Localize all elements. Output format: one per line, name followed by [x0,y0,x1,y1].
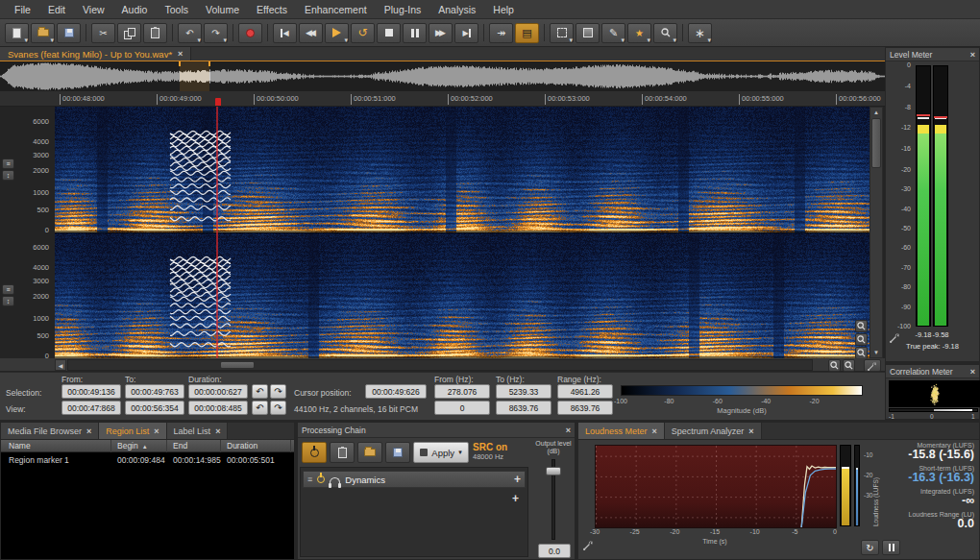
copy-button[interactable] [117,23,141,43]
dropdown-arrow-icon[interactable]: ▾ [621,37,625,44]
power-icon[interactable] [317,475,325,483]
menu-item-file[interactable]: File [6,4,39,15]
dropdown-arrow-icon[interactable]: ▾ [223,37,227,44]
menu-item-view[interactable]: View [74,4,113,15]
zoom-out-horizontal-button[interactable] [843,359,855,372]
tab-close-icon[interactable]: × [748,426,753,436]
selection-undo-button[interactable]: ↶ [252,384,268,399]
cut-button[interactable]: ✂ [91,23,115,43]
headphones-icon[interactable] [330,477,340,485]
timeline-display-button[interactable]: ▤ [515,23,539,43]
apply-button[interactable]: Apply ▾ [413,442,469,463]
pause-button[interactable] [403,23,427,43]
view-from-hz-field[interactable]: 0 [434,401,490,415]
tab-region-list[interactable]: Region List × [99,423,166,439]
play-button[interactable]: ▾ [325,23,349,43]
drag-handle-icon[interactable]: ≡ [307,475,312,484]
chain-copy-button[interactable] [330,442,355,463]
view-redo-button[interactable]: ↷ [270,401,286,415]
timeline-ruler[interactable]: 00:00:48:00000:00:49:00000:00:50:00000:0… [0,91,885,107]
menu-item-analysis[interactable]: Analysis [429,4,484,15]
selection-to-field[interactable]: 00:00:49:763 [125,384,184,399]
open-file-button[interactable]: ▾ [31,23,55,43]
menu-item-help[interactable]: Help [484,4,523,15]
scroll-down-icon[interactable]: ▼ [870,348,882,357]
rectangle-selection-tool-button[interactable] [576,23,600,43]
retouch-tool-button[interactable]: ∗▾ [688,23,712,43]
chain-item-dynamics[interactable]: ≡ Dynamics + [303,471,526,488]
go-to-end-button[interactable]: ▶ [454,23,478,43]
dropdown-arrow-icon[interactable]: ▾ [197,37,201,44]
rewind-button[interactable]: ◀◀ [299,23,323,43]
tab-spectrum-analyzer[interactable]: Spectrum Analyzer × [665,423,762,439]
go-to-start-button[interactable]: ◀ [273,23,297,43]
slider-thumb[interactable] [546,467,561,475]
zoom-in-vertical-button[interactable] [855,320,868,332]
tab-media-file-browser[interactable]: Media File Browser × [1,423,99,439]
menu-item-plug-ins[interactable]: Plug-Ins [376,4,430,15]
wrench-icon[interactable] [583,540,594,550]
level-meter-close-icon[interactable]: × [970,50,975,60]
correlation-meter-close-icon[interactable]: × [970,367,975,377]
fast-forward-button[interactable]: ▶▶ [429,23,453,43]
region-list-header[interactable]: NameBegin▲EndDuration [1,440,294,452]
zoom-in-horizontal-button[interactable] [828,359,841,372]
tab-loudness-meter[interactable]: Loudness Meter × [578,423,665,439]
selection-redo-button[interactable]: ↷ [270,384,286,399]
spectrogram-canvas[interactable] [55,107,870,358]
paste-button[interactable] [143,23,167,43]
draw-selection-tool-button[interactable]: ✎▾ [601,23,625,43]
time-selection-tool-button[interactable]: ▾ [550,23,574,43]
selection-range-hz-field[interactable]: 4961.26 [557,384,613,399]
selection-duration-field[interactable]: 00:00:00:627 [188,384,248,399]
region-column-header-begin[interactable]: Begin▲ [114,440,167,452]
zoom-out-vertical-button[interactable] [855,333,868,346]
tab-close-icon[interactable]: × [86,426,91,436]
stop-button[interactable] [377,23,401,43]
menu-item-tools[interactable]: Tools [156,4,197,15]
magic-wand-tool-button[interactable]: ★▾ [627,23,651,43]
chain-save-button[interactable] [385,442,410,463]
horizontal-scroll-thumb[interactable] [220,361,255,369]
document-tab[interactable]: Svanes (feat King Milo) - Up to You.wav*… [0,47,191,61]
dropdown-arrow-icon[interactable]: ▾ [50,37,54,44]
waveform-overview[interactable] [0,61,885,92]
menu-item-enhancement[interactable]: Enhancement [296,4,376,15]
zoom-tool-button[interactable]: ▾ [653,23,677,43]
dropdown-arrow-icon[interactable]: ▾ [344,37,348,44]
scroll-left-icon[interactable]: ◀ [55,359,66,371]
add-item-icon[interactable]: + [512,492,519,505]
selection-from-field[interactable]: 00:00:49:136 [61,384,121,399]
region-column-header-duration[interactable]: Duration [224,440,291,452]
vertical-scrollbar[interactable]: ▲ ▼ [870,107,883,358]
record-button[interactable] [238,23,262,43]
redo-button[interactable]: ↷▾ [204,23,228,43]
dropdown-arrow-icon[interactable]: ▾ [707,37,711,44]
add-item-icon[interactable]: + [514,473,521,486]
menu-item-edit[interactable]: Edit [39,4,74,15]
wrench-icon[interactable] [890,332,900,343]
region-list-row[interactable]: Region marker 100:00:09:48400:00:14:9850… [1,454,294,466]
menu-item-effects[interactable]: Effects [248,4,296,15]
view-settings-button[interactable] [864,359,881,372]
dropdown-arrow-icon[interactable]: ▾ [569,37,573,44]
menu-item-audio[interactable]: Audio [113,4,157,15]
loop-playback-button[interactable]: ↺ [351,23,375,43]
new-file-button[interactable]: ▾ [5,23,29,43]
cursor-position-field[interactable]: 00:00:49:626 [365,384,427,399]
autoscroll-button[interactable]: ↠ [489,23,513,43]
tab-close-icon[interactable]: × [215,426,220,436]
region-column-header-end[interactable]: End [170,440,221,452]
selection-from-hz-field[interactable]: 278.076 [434,384,490,399]
output-level-slider[interactable] [549,459,558,540]
dropdown-arrow-icon[interactable]: ▾ [647,37,650,44]
view-undo-button[interactable]: ↶ [252,401,268,415]
tab-close-icon[interactable]: × [652,426,657,436]
tab-label-list[interactable]: Label List × [167,423,229,439]
view-to-field[interactable]: 00:00:56:354 [125,401,184,415]
chain-power-button[interactable] [302,442,327,463]
processing-chain-close-icon[interactable]: × [566,426,571,435]
loudness-reset-button[interactable]: ↻ [861,540,879,555]
channel2-zoom-button[interactable]: ↕ [2,296,14,306]
tab-close-icon[interactable]: × [154,426,159,436]
